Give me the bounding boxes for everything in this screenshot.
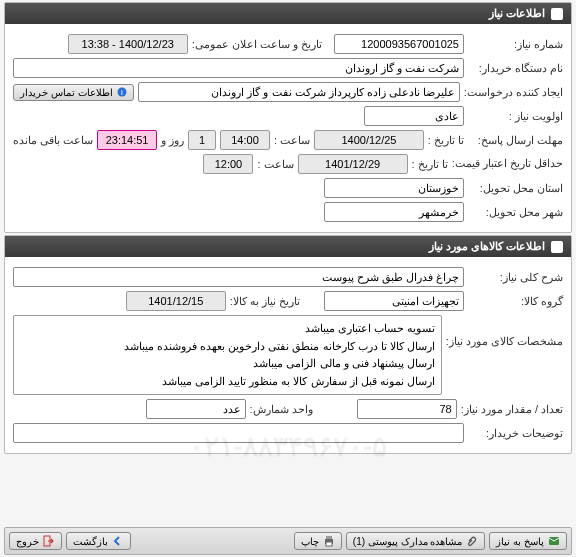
buyer-field[interactable]	[13, 58, 464, 78]
svg-rect-5	[326, 542, 332, 546]
remain-days: 1	[188, 130, 216, 150]
goods-info-panel: اطلاعات کالاهای مورد نیاز شرح کلی نیاز: …	[4, 235, 572, 454]
buyer-notes-field[interactable]	[13, 423, 464, 443]
reply-deadline-time: 14:00	[220, 130, 270, 150]
announce-date: 1400/12/23 - 13:38	[68, 34, 188, 54]
creator-field[interactable]	[138, 82, 460, 102]
need-number-field[interactable]	[334, 34, 464, 54]
attachments-button[interactable]: مشاهده مدارک پیوستی (1)	[346, 532, 486, 550]
city-field[interactable]	[324, 202, 464, 222]
spec-label: مشخصات کالای مورد نیاز:	[446, 315, 563, 348]
remain-time: 23:14:51	[97, 130, 157, 150]
need-date-field: 1401/12/15	[126, 291, 226, 311]
province-field[interactable]	[324, 178, 464, 198]
attachment-icon	[466, 535, 478, 547]
reply-icon	[548, 535, 560, 547]
buyer-contact-button[interactable]: i اطلاعات تماس خریدار	[13, 84, 134, 101]
general-desc-label: شرح کلی نیاز:	[468, 271, 563, 284]
min-validity-label: حداقل تاریخ اعتبار قیمت:	[452, 157, 563, 170]
print-label: چاپ	[301, 536, 319, 547]
min-validity-time: 12:00	[203, 154, 253, 174]
goods-info-body: شرح کلی نیاز: گروه کالا: تاریخ نیاز به ک…	[5, 257, 571, 453]
svg-text:i: i	[121, 88, 123, 97]
province-label: استان محل تحویل:	[468, 182, 563, 195]
city-label: شهر محل تحویل:	[468, 206, 563, 219]
attachments-label: مشاهده مدارک پیوستی (1)	[353, 536, 463, 547]
spec-line: ارسال نمونه قبل از سفارش کالا به منظور ت…	[20, 373, 435, 391]
svg-rect-4	[326, 536, 332, 539]
back-button[interactable]: بازگشت	[66, 532, 131, 550]
need-info-panel: اطلاعات نیاز شماره نیاز: تاریخ و ساعت اع…	[4, 2, 572, 233]
buyer-contact-label: اطلاعات تماس خریدار	[20, 87, 113, 98]
reply-button[interactable]: پاسخ به نیاز	[489, 532, 567, 550]
need-number-label: شماره نیاز:	[468, 38, 563, 51]
spec-line: ارسال پیشنهاد فنی و مالی الزامی میباشد	[20, 355, 435, 373]
exit-button[interactable]: خروج	[9, 532, 62, 550]
min-validity-time-label: ساعت :	[257, 158, 293, 171]
min-validity-date: 1401/12/29	[298, 154, 408, 174]
quantity-field[interactable]	[357, 399, 457, 419]
need-date-label: تاریخ نیاز به کالا:	[230, 295, 300, 308]
spec-line: ارسال کالا تا درب کارخانه منطق نفتی دارخ…	[20, 338, 435, 356]
reply-label: پاسخ به نیاز	[496, 536, 544, 547]
buyer-notes-label: توضیحات خریدار:	[468, 427, 563, 440]
remain-days-label: روز و	[161, 134, 184, 147]
reply-time-label: ساعت :	[274, 134, 310, 147]
need-info-header: اطلاعات نیاز	[5, 3, 571, 24]
general-desc-field[interactable]	[13, 267, 464, 287]
spec-box[interactable]: تسویه حساب اعتباری میباشد ارسال کالا تا …	[13, 315, 442, 395]
goods-info-title: اطلاعات کالاهای مورد نیاز	[429, 240, 545, 253]
announce-label: تاریخ و ساعت اعلان عمومی:	[192, 38, 322, 51]
footer-bar: پاسخ به نیاز مشاهده مدارک پیوستی (1) چاپ…	[4, 527, 572, 555]
priority-field[interactable]	[364, 106, 464, 126]
exit-label: خروج	[16, 536, 39, 547]
unit-field[interactable]	[146, 399, 246, 419]
print-icon	[323, 535, 335, 547]
priority-label: اولویت نیاز :	[468, 110, 563, 123]
min-validity-to: تا تاریخ :	[412, 158, 448, 171]
unit-label: واحد شمارش:	[250, 403, 313, 416]
remain-suffix: ساعت باقی مانده	[13, 134, 93, 147]
print-button[interactable]: چاپ	[294, 532, 342, 550]
back-label: بازگشت	[73, 536, 108, 547]
creator-label: ایجاد کننده درخواست:	[464, 86, 563, 99]
group-label: گروه کالا:	[468, 295, 563, 308]
back-icon	[112, 535, 124, 547]
exit-icon	[43, 535, 55, 547]
group-field[interactable]	[324, 291, 464, 311]
quantity-label: تعداد / مقدار مورد نیاز:	[461, 403, 563, 416]
info-icon: i	[117, 87, 127, 97]
goods-info-header: اطلاعات کالاهای مورد نیاز	[5, 236, 571, 257]
reply-deadline-label: مهلت ارسال پاسخ:	[468, 134, 563, 147]
buyer-label: نام دستگاه خریدار:	[468, 62, 563, 75]
spec-line: تسویه حساب اعتباری میباشد	[20, 320, 435, 338]
reply-deadline-to: تا تاریخ :	[428, 134, 464, 147]
need-info-body: شماره نیاز: تاریخ و ساعت اعلان عمومی: 14…	[5, 24, 571, 232]
need-info-title: اطلاعات نیاز	[489, 7, 545, 20]
reply-deadline-date: 1400/12/25	[314, 130, 424, 150]
